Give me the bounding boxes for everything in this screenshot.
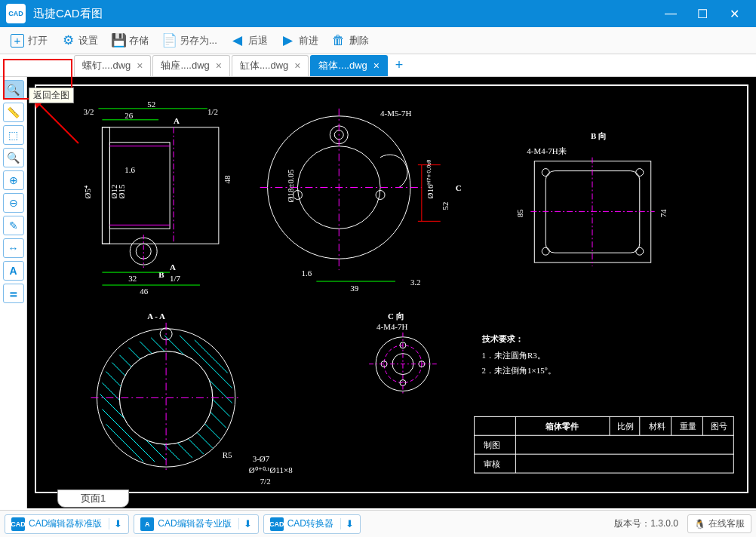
back-icon: ◀ xyxy=(231,34,244,48)
svg-text:B: B xyxy=(158,270,164,279)
forward-icon: ▶ xyxy=(281,34,295,48)
svg-point-55 xyxy=(636,169,644,176)
cad-icon: CAD xyxy=(270,517,284,531)
tool-measure[interactable]: 📏 xyxy=(3,103,24,122)
tool-text[interactable]: A xyxy=(3,261,24,281)
svg-line-0 xyxy=(37,102,78,143)
svg-text:材料: 材料 xyxy=(648,422,665,431)
zoom-in-icon: ⊕ xyxy=(9,174,18,186)
svg-text:Ø15: Ø15 xyxy=(117,184,126,198)
page-tab[interactable]: 页面1 xyxy=(57,489,129,508)
svg-text:A: A xyxy=(174,116,180,125)
sheet-nav[interactable] xyxy=(30,491,57,506)
saveas-icon: 📄 xyxy=(162,34,176,48)
download-icon[interactable]: ⬇ xyxy=(340,518,354,529)
svg-point-57 xyxy=(636,247,644,255)
close-icon[interactable]: × xyxy=(137,60,143,72)
svg-text:1．未注圆角R3。: 1．未注圆角R3。 xyxy=(482,351,545,360)
tool-line[interactable]: ✎ xyxy=(3,216,24,235)
tool-layers[interactable]: ≣ xyxy=(3,284,24,303)
app-title: 迅捷CAD看图 xyxy=(33,7,655,21)
svg-text:26: 26 xyxy=(124,111,133,120)
trash-icon: 🗑 xyxy=(332,34,346,48)
tool-zoom-in[interactable]: ⊕ xyxy=(3,170,24,190)
gear-icon: ⚙ xyxy=(61,34,75,48)
app-logo: CAD xyxy=(6,4,26,23)
tab-file-3[interactable]: 缸体....dwg× xyxy=(232,55,309,76)
svg-text:48: 48 xyxy=(223,175,232,183)
svg-text:R5: R5 xyxy=(223,450,232,459)
tool-window[interactable]: ⬚ xyxy=(3,125,24,145)
tab-file-2[interactable]: 轴座....dwg× xyxy=(152,55,229,76)
version-label: 版本号：1.3.0.0 xyxy=(614,517,678,530)
minimize-button[interactable]: — xyxy=(655,0,687,27)
svg-text:1.6: 1.6 xyxy=(124,165,135,174)
forward-button[interactable]: ▶前进 xyxy=(275,31,324,51)
svg-text:74: 74 xyxy=(659,209,668,217)
pencil-icon: ✎ xyxy=(9,219,18,232)
link-editor-pro[interactable]: A CAD编辑器专业版⬇ xyxy=(134,514,258,534)
svg-text:39: 39 xyxy=(350,284,358,293)
drawing-canvas[interactable]: 52 3/2 26 A 1/2 Ø5⁴ 1.6 xyxy=(27,77,756,508)
save-icon: 💾 xyxy=(112,34,125,48)
ruler-icon: 📏 xyxy=(7,106,20,118)
svg-text:Ø16ᴴ⁷⁺⁰·⁰¹⁸: Ø16ᴴ⁷⁺⁰·⁰¹⁸ xyxy=(426,159,435,199)
svg-point-54 xyxy=(542,169,549,176)
svg-point-56 xyxy=(542,247,549,255)
download-icon[interactable]: ⬇ xyxy=(238,518,252,529)
svg-text:Ø18±0.05: Ø18±0.05 xyxy=(286,169,295,203)
svg-text:32: 32 xyxy=(128,274,137,283)
svg-text:B 向: B 向 xyxy=(591,131,607,140)
download-icon[interactable]: ⬇ xyxy=(109,518,122,529)
cad-icon: A xyxy=(140,517,154,531)
back-button[interactable]: ◀后退 xyxy=(225,31,274,51)
tab-label: 箱体....dwg xyxy=(318,59,367,72)
svg-text:比例: 比例 xyxy=(617,422,634,431)
open-button[interactable]: +打开 xyxy=(5,31,54,51)
customer-service-button[interactable]: 🐧 在线客服 xyxy=(687,514,751,533)
tab-file-4[interactable]: 箱体....dwg× xyxy=(310,55,387,76)
svg-text:审核: 审核 xyxy=(484,459,500,468)
cad-icon: CAD xyxy=(11,517,25,531)
tool-dimension[interactable]: ↔ xyxy=(3,238,24,258)
saveas-button[interactable]: 📄另存为... xyxy=(156,31,223,51)
dimension-icon: ↔ xyxy=(8,242,19,254)
svg-rect-10 xyxy=(102,127,109,244)
svg-text:85: 85 xyxy=(515,209,524,217)
close-icon[interactable]: × xyxy=(294,60,300,72)
settings-button[interactable]: ⚙设置 xyxy=(55,31,104,51)
tab-file-1[interactable]: 螺钉....dwg× xyxy=(74,55,151,76)
link-converter[interactable]: CAD CAD转换器⬇ xyxy=(263,514,361,534)
maximize-button[interactable]: ☐ xyxy=(687,0,718,27)
svg-text:3.2: 3.2 xyxy=(410,278,421,287)
svg-text:52: 52 xyxy=(441,201,450,210)
svg-text:重量: 重量 xyxy=(680,422,696,431)
close-icon[interactable]: × xyxy=(216,60,222,72)
svg-text:A - A: A - A xyxy=(147,311,165,321)
zoom-out-icon: ⊖ xyxy=(9,197,18,209)
link-editor-standard[interactable]: CAD CAD编辑器标准版⬇ xyxy=(5,514,129,534)
tool-zoom-window[interactable]: 🔍 xyxy=(3,148,24,167)
tool-zoom-out[interactable]: ⊖ xyxy=(3,193,24,213)
svg-text:C: C xyxy=(456,183,462,192)
close-button[interactable]: ✕ xyxy=(718,0,750,27)
svg-text:2．未注倒角1×15°。: 2．未注倒角1×15°。 xyxy=(482,366,556,375)
add-tab-button[interactable]: + xyxy=(389,56,409,75)
svg-text:1.6: 1.6 xyxy=(301,268,312,278)
svg-text:Ø5⁴: Ø5⁴ xyxy=(83,185,92,198)
svg-text:4-M5-7H: 4-M5-7H xyxy=(380,109,411,118)
svg-text:技术要求：: 技术要求： xyxy=(481,334,524,343)
svg-text:52: 52 xyxy=(147,100,155,109)
delete-button[interactable]: 🗑删除 xyxy=(326,31,375,51)
plus-icon: + xyxy=(11,34,24,48)
tool-fit-view[interactable]: 🔍 xyxy=(3,80,24,100)
svg-text:4-M4-7H: 4-M4-7H xyxy=(376,322,407,331)
svg-text:4-M4-7H来: 4-M4-7H来 xyxy=(527,146,566,155)
zoom-window-icon: 🔍 xyxy=(7,152,20,164)
svg-text:1/7: 1/7 xyxy=(170,274,181,283)
close-icon[interactable]: × xyxy=(373,60,380,72)
penguin-icon: 🐧 xyxy=(694,519,705,529)
svg-text:3-Ø7: 3-Ø7 xyxy=(253,454,270,463)
save-button[interactable]: 💾存储 xyxy=(106,31,155,51)
svg-text:箱体零件: 箱体零件 xyxy=(545,422,579,431)
